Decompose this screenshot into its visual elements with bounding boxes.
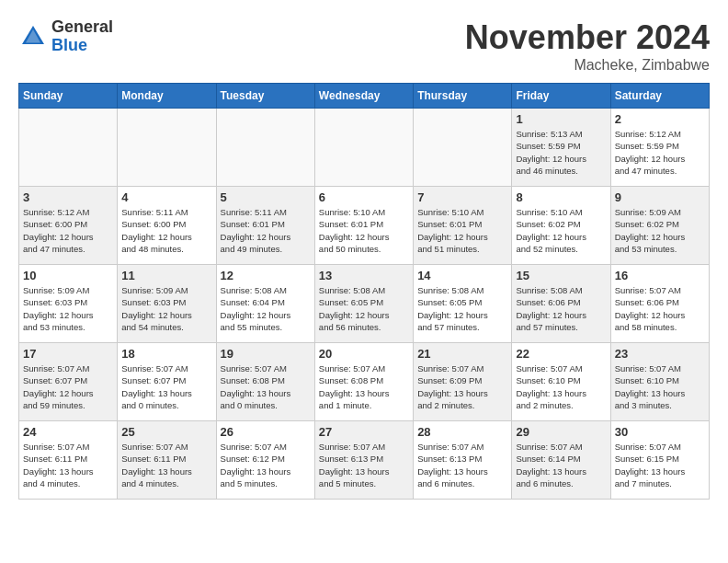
day-info: Sunrise: 5:07 AMSunset: 6:07 PMDaylight:… <box>23 362 113 411</box>
calendar-cell: 9Sunrise: 5:09 AMSunset: 6:02 PMDaylight… <box>610 187 709 265</box>
day-number: 1 <box>516 112 606 126</box>
calendar-cell: 3Sunrise: 5:12 AMSunset: 6:00 PMDaylight… <box>19 187 118 265</box>
weekday-header-thursday: Thursday <box>414 84 512 109</box>
week-row-5: 24Sunrise: 5:07 AMSunset: 6:11 PMDayligh… <box>19 421 710 500</box>
calendar-cell: 17Sunrise: 5:07 AMSunset: 6:07 PMDayligh… <box>19 343 118 421</box>
day-number: 3 <box>23 190 113 204</box>
day-number: 13 <box>319 269 409 282</box>
day-number: 30 <box>615 425 705 439</box>
weekday-header-sunday: Sunday <box>19 84 118 109</box>
calendar-cell: 16Sunrise: 5:07 AMSunset: 6:06 PMDayligh… <box>610 265 709 343</box>
logo: General Blue <box>18 18 113 55</box>
day-info: Sunrise: 5:10 AMSunset: 6:01 PMDaylight:… <box>319 206 409 255</box>
calendar-cell: 22Sunrise: 5:07 AMSunset: 6:10 PMDayligh… <box>512 343 610 421</box>
calendar-cell: 21Sunrise: 5:07 AMSunset: 6:09 PMDayligh… <box>414 343 512 421</box>
day-number: 6 <box>319 190 409 204</box>
day-number: 28 <box>417 425 507 439</box>
day-number: 11 <box>121 269 211 282</box>
day-number: 18 <box>121 347 211 361</box>
page-header: General Blue November 2024 Macheke, Zimb… <box>18 18 710 74</box>
calendar-cell: 24Sunrise: 5:07 AMSunset: 6:11 PMDayligh… <box>19 421 118 500</box>
day-number: 20 <box>319 347 409 361</box>
day-info: Sunrise: 5:07 AMSunset: 6:14 PMDaylight:… <box>516 441 606 489</box>
calendar-cell: 19Sunrise: 5:07 AMSunset: 6:08 PMDayligh… <box>216 343 314 421</box>
calendar-cell: 29Sunrise: 5:07 AMSunset: 6:14 PMDayligh… <box>512 421 610 500</box>
day-info: Sunrise: 5:09 AMSunset: 6:02 PMDaylight:… <box>615 206 705 255</box>
day-info: Sunrise: 5:07 AMSunset: 6:07 PMDaylight:… <box>121 362 211 411</box>
day-info: Sunrise: 5:07 AMSunset: 6:09 PMDaylight:… <box>417 362 507 411</box>
day-number: 8 <box>516 190 606 204</box>
day-info: Sunrise: 5:12 AMSunset: 6:00 PMDaylight:… <box>23 206 113 255</box>
location: Macheke, Zimbabwe <box>465 57 710 74</box>
day-number: 27 <box>319 425 409 439</box>
day-info: Sunrise: 5:07 AMSunset: 6:12 PMDaylight:… <box>221 441 311 489</box>
day-info: Sunrise: 5:10 AMSunset: 6:02 PMDaylight:… <box>516 206 606 255</box>
calendar-header-row: SundayMondayTuesdayWednesdayThursdayFrid… <box>19 84 710 109</box>
day-info: Sunrise: 5:08 AMSunset: 6:05 PMDaylight:… <box>417 284 507 333</box>
day-info: Sunrise: 5:12 AMSunset: 5:59 PMDaylight:… <box>615 128 705 177</box>
day-number: 4 <box>121 190 211 204</box>
calendar-cell: 27Sunrise: 5:07 AMSunset: 6:13 PMDayligh… <box>314 421 413 500</box>
day-info: Sunrise: 5:13 AMSunset: 5:59 PMDaylight:… <box>516 128 606 177</box>
day-info: Sunrise: 5:07 AMSunset: 6:13 PMDaylight:… <box>319 441 409 489</box>
day-number: 21 <box>417 347 507 361</box>
day-info: Sunrise: 5:10 AMSunset: 6:01 PMDaylight:… <box>417 206 507 255</box>
day-info: Sunrise: 5:09 AMSunset: 6:03 PMDaylight:… <box>23 284 113 333</box>
weekday-header-wednesday: Wednesday <box>314 84 413 109</box>
calendar-cell <box>216 109 314 187</box>
weekday-header-saturday: Saturday <box>610 84 709 109</box>
day-number: 9 <box>615 190 705 204</box>
calendar-cell: 26Sunrise: 5:07 AMSunset: 6:12 PMDayligh… <box>216 421 314 500</box>
week-row-2: 3Sunrise: 5:12 AMSunset: 6:00 PMDaylight… <box>19 187 710 265</box>
day-number: 2 <box>615 112 705 126</box>
day-number: 10 <box>23 269 113 282</box>
calendar-cell <box>314 109 413 187</box>
day-info: Sunrise: 5:09 AMSunset: 6:03 PMDaylight:… <box>121 284 211 333</box>
calendar-cell: 4Sunrise: 5:11 AMSunset: 6:00 PMDaylight… <box>118 187 216 265</box>
calendar-cell: 20Sunrise: 5:07 AMSunset: 6:08 PMDayligh… <box>314 343 413 421</box>
day-info: Sunrise: 5:07 AMSunset: 6:06 PMDaylight:… <box>615 284 705 333</box>
calendar-cell: 2Sunrise: 5:12 AMSunset: 5:59 PMDaylight… <box>610 109 709 187</box>
weekday-header-monday: Monday <box>118 84 216 109</box>
calendar-cell: 23Sunrise: 5:07 AMSunset: 6:10 PMDayligh… <box>610 343 709 421</box>
calendar-cell: 5Sunrise: 5:11 AMSunset: 6:01 PMDaylight… <box>216 187 314 265</box>
calendar-cell: 30Sunrise: 5:07 AMSunset: 6:15 PMDayligh… <box>610 421 709 500</box>
day-number: 19 <box>221 347 311 361</box>
day-number: 14 <box>417 269 507 282</box>
day-info: Sunrise: 5:07 AMSunset: 6:08 PMDaylight:… <box>221 362 311 411</box>
day-info: Sunrise: 5:08 AMSunset: 6:04 PMDaylight:… <box>221 284 311 333</box>
calendar-cell: 6Sunrise: 5:10 AMSunset: 6:01 PMDaylight… <box>314 187 413 265</box>
day-number: 16 <box>615 269 705 282</box>
logo-icon <box>18 22 48 52</box>
calendar-cell: 13Sunrise: 5:08 AMSunset: 6:05 PMDayligh… <box>314 265 413 343</box>
calendar-cell: 11Sunrise: 5:09 AMSunset: 6:03 PMDayligh… <box>118 265 216 343</box>
calendar-cell: 18Sunrise: 5:07 AMSunset: 6:07 PMDayligh… <box>118 343 216 421</box>
calendar-cell: 7Sunrise: 5:10 AMSunset: 6:01 PMDaylight… <box>414 187 512 265</box>
month-title: November 2024 <box>465 18 710 57</box>
day-info: Sunrise: 5:07 AMSunset: 6:13 PMDaylight:… <box>417 441 507 489</box>
day-info: Sunrise: 5:07 AMSunset: 6:15 PMDaylight:… <box>615 441 705 489</box>
calendar-cell: 28Sunrise: 5:07 AMSunset: 6:13 PMDayligh… <box>414 421 512 500</box>
calendar-cell: 10Sunrise: 5:09 AMSunset: 6:03 PMDayligh… <box>19 265 118 343</box>
calendar-cell: 15Sunrise: 5:08 AMSunset: 6:06 PMDayligh… <box>512 265 610 343</box>
calendar-cell <box>118 109 216 187</box>
calendar-body: 1Sunrise: 5:13 AMSunset: 5:59 PMDaylight… <box>19 109 710 500</box>
day-number: 25 <box>121 425 211 439</box>
calendar-cell: 8Sunrise: 5:10 AMSunset: 6:02 PMDaylight… <box>512 187 610 265</box>
day-info: Sunrise: 5:07 AMSunset: 6:11 PMDaylight:… <box>23 441 113 489</box>
day-number: 12 <box>221 269 311 282</box>
calendar-cell: 1Sunrise: 5:13 AMSunset: 5:59 PMDaylight… <box>512 109 610 187</box>
weekday-header-friday: Friday <box>512 84 610 109</box>
week-row-1: 1Sunrise: 5:13 AMSunset: 5:59 PMDaylight… <box>19 109 710 187</box>
calendar-cell: 14Sunrise: 5:08 AMSunset: 6:05 PMDayligh… <box>414 265 512 343</box>
day-info: Sunrise: 5:07 AMSunset: 6:10 PMDaylight:… <box>516 362 606 411</box>
day-number: 17 <box>23 347 113 361</box>
day-info: Sunrise: 5:08 AMSunset: 6:05 PMDaylight:… <box>319 284 409 333</box>
calendar-cell: 25Sunrise: 5:07 AMSunset: 6:11 PMDayligh… <box>118 421 216 500</box>
day-info: Sunrise: 5:11 AMSunset: 6:01 PMDaylight:… <box>221 206 311 255</box>
day-info: Sunrise: 5:07 AMSunset: 6:11 PMDaylight:… <box>121 441 211 489</box>
day-info: Sunrise: 5:07 AMSunset: 6:10 PMDaylight:… <box>615 362 705 411</box>
day-number: 22 <box>516 347 606 361</box>
day-info: Sunrise: 5:11 AMSunset: 6:00 PMDaylight:… <box>121 206 211 255</box>
day-number: 5 <box>221 190 311 204</box>
